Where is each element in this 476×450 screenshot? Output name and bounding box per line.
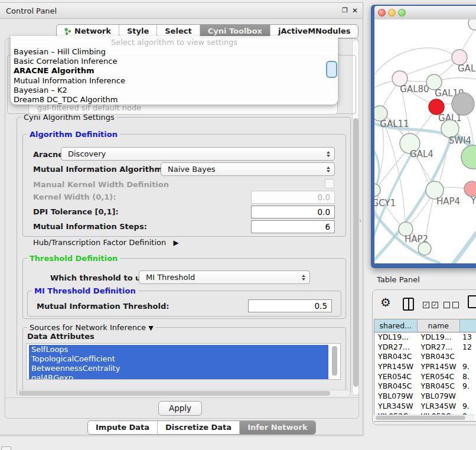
algorithm-option[interactable]: ARACNE Algorithm	[11, 66, 338, 76]
network-canvas[interactable]: GALGAL80GAL10GAL1GAL11SWI4GAL4GCY1HAP4YH…	[374, 19, 476, 263]
data-attribute-item[interactable]: BetweennessCentrality	[29, 364, 328, 373]
table-cell: YPR145W	[418, 362, 461, 372]
deselect-all-checks-icon[interactable]	[444, 302, 459, 308]
network-node[interactable]	[418, 242, 431, 255]
mi-threshold-label: Mutual Information Threshold:	[37, 302, 169, 311]
column-header[interactable]: shared...	[374, 319, 418, 332]
columns-icon[interactable]	[403, 298, 414, 311]
list-hscrollbar-thumb[interactable]	[19, 391, 330, 396]
network-node[interactable]	[461, 145, 476, 169]
network-edge-thick	[453, 233, 476, 263]
float-window-icon[interactable]: ❐	[341, 6, 349, 15]
table-row[interactable]: YBL079WYBL079W	[374, 392, 476, 402]
control-panel-title: Control Panel	[6, 6, 57, 15]
network-edge	[461, 31, 474, 53]
settings-viewport: Cyni Algorithm Settings Algorithm Defini…	[5, 110, 351, 396]
network-node-label: GAL4	[410, 149, 433, 159]
list-vscrollbar-thumb[interactable]	[332, 346, 337, 376]
data-attributes-list[interactable]: SelfLoopsTopologicalCoefficientBetweenne…	[26, 343, 341, 380]
kernel-width-field[interactable]: 0.0	[251, 191, 335, 204]
table-cell: 12	[460, 343, 476, 353]
bottom-tab-impute-data[interactable]: Impute Data	[88, 421, 158, 434]
corner-button[interactable]	[1, 446, 11, 450]
bottom-tab-discretize-data[interactable]: Discretize Data	[158, 421, 240, 434]
algorithm-option[interactable]: Bayesian – Hill Climbing	[11, 47, 338, 57]
file-icon[interactable]	[468, 295, 476, 308]
network-edge	[383, 85, 396, 107]
network-node-y[interactable]	[464, 181, 476, 197]
tab-label: Style	[127, 27, 149, 35]
network-node[interactable]	[468, 19, 476, 30]
unchecked-box-icon	[452, 302, 459, 308]
manual-kernel-label: Manual Kernel Width Definition	[33, 180, 169, 189]
table-cell	[460, 392, 476, 402]
bottom-tab-bar: Impute DataDiscretize DataInfer Network	[87, 420, 316, 435]
network-node-label: Y	[470, 195, 476, 206]
network-node-label: GCY1	[374, 198, 396, 208]
algorithm-definition-title: Algorithm Definition	[27, 130, 120, 139]
mi-type-combo[interactable]: Naive Bayes	[161, 162, 335, 176]
aracne-mode-value: Discovery	[68, 149, 106, 158]
table-row[interactable]: YDR27...YDR27...12	[374, 343, 476, 353]
data-attribute-item[interactable]: SelfLoops	[29, 345, 328, 354]
algorithm-option[interactable]: Mutual Information Inference	[11, 76, 338, 86]
aracne-mode-combo[interactable]: Discovery	[61, 147, 335, 161]
table-cell: 9.	[460, 381, 476, 392]
table-cell: YDL19...	[374, 332, 418, 343]
manual-kernel-checkbox[interactable]	[325, 179, 334, 188]
apply-button[interactable]: Apply	[158, 401, 202, 416]
close-window-icon[interactable]: ✕	[351, 6, 359, 15]
combo-focus-button[interactable]	[326, 61, 337, 78]
algorithm-option[interactable]: Dream8 DC_TDC Algorithm	[11, 95, 338, 105]
collapse-arrow-icon[interactable]: ▼	[148, 324, 153, 332]
table-row[interactable]: YBR045CYBR045C9.	[374, 381, 476, 392]
table-cell: YBR045C	[418, 381, 461, 392]
tab-label: jActiveMNodules	[278, 27, 351, 35]
network-edge	[439, 63, 455, 76]
table-row[interactable]: YBR043CYBR043C	[374, 352, 476, 362]
settings-vscrollbar-thumb[interactable]	[353, 118, 358, 387]
list-hscrollbar[interactable]	[17, 390, 351, 396]
table-panel-title: Table Panel	[377, 275, 420, 284]
data-attribute-item[interactable]: gal4RGexp	[29, 373, 328, 380]
network-node-gcy1[interactable]	[374, 184, 380, 197]
network-node[interactable]	[452, 93, 474, 115]
column-header[interactable]: name	[418, 319, 461, 332]
table-row[interactable]: YER054CYER054C8.	[374, 372, 476, 382]
kernel-width-label: Kernel Width (0,1):	[33, 193, 116, 201]
table-row[interactable]: YPR145WYPR145W9.	[374, 362, 476, 372]
close-traffic-light[interactable]	[378, 9, 386, 17]
algorithm-option[interactable]: Bayesian – K2	[11, 86, 338, 95]
which-threshold-combo[interactable]: MI Threshold	[139, 270, 310, 284]
algorithm-option[interactable]: Basic Correlation Inference	[11, 57, 338, 66]
hub-definition-toggle[interactable]: Hub/Transcription Factor Definition ▶	[33, 238, 179, 247]
unchecked-box-icon	[444, 302, 450, 308]
column-header[interactable]	[460, 319, 476, 332]
table-row[interactable]: YLR345WYLR345W9.	[374, 402, 476, 412]
network-node-label: GAL11	[380, 119, 409, 129]
table-cell: 9.	[460, 362, 476, 372]
gear-icon[interactable]: ⚙	[380, 296, 391, 308]
zoom-traffic-light[interactable]	[398, 9, 406, 17]
divider	[5, 397, 358, 398]
network-node-label: HAP4	[436, 196, 460, 207]
network-node-label: SWI4	[449, 135, 471, 146]
table-hscrollbar-thumb[interactable]	[376, 416, 465, 420]
expand-arrow-icon: ▶	[173, 239, 178, 247]
table-row[interactable]: YDL19...YDL19...13	[374, 332, 476, 343]
mi-steps-field[interactable]: 6	[251, 220, 335, 233]
bottom-tab-infer-network[interactable]: Infer Network	[240, 421, 315, 434]
network-node-label: GAL80	[400, 84, 429, 94]
select-all-checks-icon[interactable]: ✓ ✓	[423, 302, 438, 308]
table-cell: YBR043C	[418, 352, 461, 362]
dpi-tolerance-field[interactable]: 0.0	[251, 206, 335, 219]
table-cell: 13	[460, 332, 476, 343]
which-threshold-label: Which threshold to use:	[50, 273, 154, 282]
threshold-definition-title: Threshold Definition	[27, 254, 120, 263]
network-edge	[442, 78, 476, 80]
mi-threshold-field[interactable]: 0.5	[248, 299, 332, 312]
minimize-traffic-light[interactable]	[388, 9, 396, 17]
data-attribute-item[interactable]: TopologicalCoefficient	[29, 354, 328, 364]
splitter-handle-icon[interactable]: ‹	[359, 217, 361, 224]
tab-label: Discretize Data	[165, 423, 232, 432]
